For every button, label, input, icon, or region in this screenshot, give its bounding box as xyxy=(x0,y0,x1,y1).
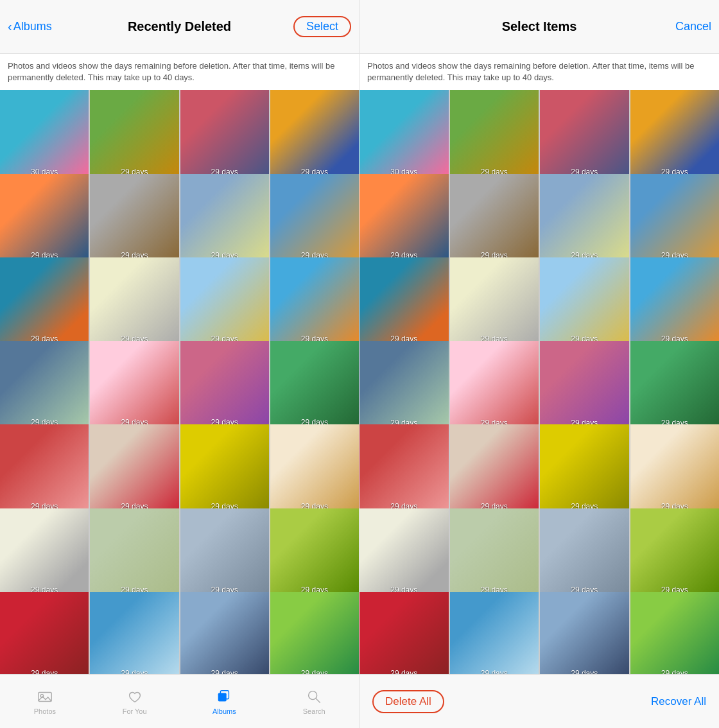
back-button[interactable]: ‹ Albums xyxy=(8,19,52,34)
photo-cell[interactable]: 29 days xyxy=(180,90,269,178)
back-label: Albums xyxy=(13,20,52,33)
right-info-text: Photos and videos show the days remainin… xyxy=(360,54,719,90)
left-info-text: Photos and videos show the days remainin… xyxy=(0,54,359,90)
photo-cell[interactable]: 29 days xyxy=(450,257,539,347)
photo-cell[interactable]: 29 days xyxy=(270,90,359,178)
photo-cell[interactable]: 29 days xyxy=(0,592,89,674)
photo-cell[interactable]: 29 days xyxy=(90,174,178,263)
photo-cell[interactable]: 29 days xyxy=(630,508,720,598)
tab-photos-label: Photos xyxy=(34,707,56,715)
action-bar: Delete All Recover All xyxy=(360,675,719,728)
back-chevron-icon: ‹ xyxy=(8,19,12,34)
tab-bar: Photos For You Albums xyxy=(0,675,359,728)
photo-cell[interactable]: 29 days xyxy=(90,90,178,178)
right-screen: Select Items Cancel Photos and videos sh… xyxy=(360,0,719,728)
days-label: 29 days xyxy=(270,669,359,674)
photo-cell[interactable]: 29 days xyxy=(360,592,449,674)
left-header: ‹ Albums Recently Deleted Select xyxy=(0,0,359,54)
tab-foryou[interactable]: For You xyxy=(90,675,180,728)
days-label: 29 days xyxy=(630,669,720,674)
photo-cell[interactable]: 29 days xyxy=(270,257,359,346)
photo-cell[interactable]: 29 days xyxy=(180,508,269,597)
days-label: 29 days xyxy=(0,669,89,674)
photo-cell[interactable]: 29 days xyxy=(540,341,629,430)
right-bottom-bar: Delete All Recover All xyxy=(360,674,719,728)
photo-cell[interactable]: 29 days xyxy=(360,257,449,347)
right-header: Select Items Cancel xyxy=(360,0,719,54)
recover-all-button[interactable]: Recover All xyxy=(651,695,706,708)
albums-icon xyxy=(216,688,232,705)
photo-cell[interactable]: 29 days xyxy=(630,341,720,430)
photo-cell[interactable]: 29 days xyxy=(0,174,89,263)
left-bottom-bar: Photos For You Albums xyxy=(0,674,359,728)
photo-cell[interactable]: 29 days xyxy=(450,592,539,674)
photo-cell[interactable]: 29 days xyxy=(90,257,178,346)
right-photo-grid: 30 days29 days29 days29 days29 days29 da… xyxy=(360,90,719,674)
right-title: Select Items xyxy=(431,19,647,34)
tab-search[interactable]: Search xyxy=(269,675,359,728)
tab-search-label: Search xyxy=(303,707,325,715)
photo-cell[interactable]: 29 days xyxy=(0,424,89,513)
photos-icon xyxy=(37,688,53,705)
select-button[interactable]: Select xyxy=(293,16,351,37)
photo-cell[interactable]: 29 days xyxy=(540,257,629,347)
photo-cell[interactable]: 29 days xyxy=(0,508,89,597)
days-label: 29 days xyxy=(540,669,629,674)
photo-cell[interactable]: 29 days xyxy=(90,341,178,429)
days-label: 29 days xyxy=(360,669,449,674)
days-label: 29 days xyxy=(180,669,269,674)
search-icon xyxy=(306,688,322,705)
photo-cell[interactable]: 29 days xyxy=(450,508,539,598)
photo-cell[interactable]: 29 days xyxy=(360,341,449,430)
photo-cell[interactable]: 29 days xyxy=(360,508,449,598)
photo-cell[interactable]: 29 days xyxy=(540,424,629,514)
delete-all-button[interactable]: Delete All xyxy=(372,690,444,713)
photo-cell[interactable]: 29 days xyxy=(0,257,89,346)
photo-cell[interactable]: 29 days xyxy=(270,508,359,597)
photo-cell[interactable]: 29 days xyxy=(450,174,539,263)
photo-cell[interactable]: 29 days xyxy=(630,257,720,347)
foryou-icon xyxy=(126,688,143,705)
photo-cell[interactable]: 29 days xyxy=(90,508,178,597)
photo-cell[interactable]: 30 days xyxy=(0,90,89,178)
photo-cell[interactable]: 29 days xyxy=(90,592,178,674)
photo-cell[interactable]: 29 days xyxy=(270,341,359,429)
photo-cell[interactable]: 29 days xyxy=(540,508,629,598)
photo-cell[interactable]: 29 days xyxy=(180,257,269,346)
photo-cell[interactable]: 29 days xyxy=(270,174,359,263)
photo-cell[interactable]: 29 days xyxy=(450,424,539,514)
photo-cell[interactable]: 29 days xyxy=(540,174,629,263)
svg-rect-2 xyxy=(218,693,227,701)
tab-foryou-label: For You xyxy=(123,707,147,715)
photo-cell[interactable]: 30 days xyxy=(360,90,449,179)
days-label: 29 days xyxy=(90,669,178,674)
photo-cell[interactable]: 29 days xyxy=(180,424,269,513)
photo-cell[interactable]: 29 days xyxy=(630,174,720,263)
photo-cell[interactable]: 29 days xyxy=(450,90,539,179)
left-photo-grid: 30 days29 days29 days29 days29 days29 da… xyxy=(0,90,359,674)
days-label: 29 days xyxy=(450,669,539,674)
photo-cell[interactable]: 29 days xyxy=(0,341,89,429)
tab-albums-label: Albums xyxy=(212,707,236,715)
left-screen: ‹ Albums Recently Deleted Select Photos … xyxy=(0,0,360,728)
photo-cell[interactable]: 29 days xyxy=(270,592,359,674)
cancel-button[interactable]: Cancel xyxy=(675,20,711,33)
tab-albums[interactable]: Albums xyxy=(180,675,270,728)
tab-photos[interactable]: Photos xyxy=(0,675,90,728)
photo-cell[interactable]: 29 days xyxy=(180,341,269,429)
left-title: Recently Deleted xyxy=(72,19,287,34)
photo-cell[interactable]: 29 days xyxy=(540,592,629,674)
photo-cell[interactable]: 29 days xyxy=(630,592,720,674)
photo-cell[interactable]: 29 days xyxy=(180,174,269,263)
photo-cell[interactable]: 29 days xyxy=(270,424,359,513)
photo-cell[interactable]: 29 days xyxy=(90,424,178,513)
photo-cell[interactable]: 29 days xyxy=(630,90,720,179)
svg-line-5 xyxy=(316,698,320,702)
svg-point-4 xyxy=(309,691,317,699)
photo-cell[interactable]: 29 days xyxy=(360,174,449,263)
photo-cell[interactable]: 29 days xyxy=(630,424,720,514)
photo-cell[interactable]: 29 days xyxy=(450,341,539,430)
photo-cell[interactable]: 29 days xyxy=(540,90,629,179)
photo-cell[interactable]: 29 days xyxy=(360,424,449,514)
photo-cell[interactable]: 29 days xyxy=(180,592,269,674)
